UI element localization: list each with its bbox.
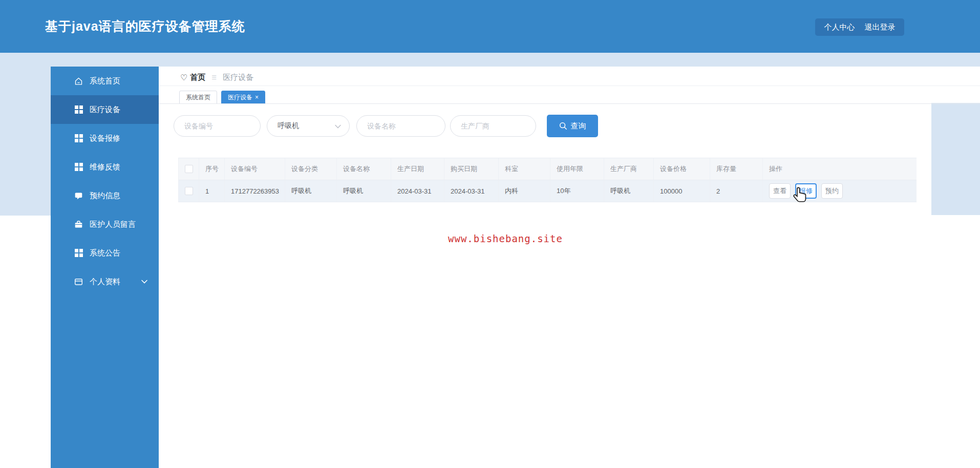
tab-medical-equipment[interactable]: 医疗设备× <box>221 91 265 104</box>
col-header-name: 设备名称 <box>337 158 391 180</box>
sidebar-item-personal-profile[interactable]: 个人资料 <box>51 267 159 296</box>
breadcrumb-separator-icon: ☰ <box>211 74 217 81</box>
sidebar-item-label: 维修反馈 <box>90 162 120 172</box>
sidebar-item-label: 医护人员留言 <box>90 220 136 229</box>
sidebar-item-label: 系统首页 <box>90 76 120 86</box>
search-button[interactable]: 查询 <box>547 115 598 137</box>
cell-device-no: 1712772263953 <box>225 180 285 202</box>
reserve-button[interactable]: 预约 <box>821 183 843 199</box>
sidebar-item-label: 预约信息 <box>90 191 120 201</box>
app-window: 基于java语言的医疗设备管理系统 个人中心 退出登录 系统首页 医疗设备 设备 <box>0 0 980 468</box>
filter-bar: 呼吸机 查询 <box>174 115 598 137</box>
cell-purchase-date: 2024-03-31 <box>444 180 499 202</box>
tab-system-home[interactable]: 系统首页 <box>179 91 217 104</box>
cell-service-life: 10年 <box>550 180 604 202</box>
sidebar-nav: 系统首页 医疗设备 设备报修 维修反馈 预约信息 <box>51 67 159 468</box>
logout-link[interactable]: 退出登录 <box>865 23 896 32</box>
app-title: 基于java语言的医疗设备管理系统 <box>45 0 245 53</box>
breadcrumb-home[interactable]: 首页 <box>190 73 205 82</box>
sidebar-item-label: 个人资料 <box>90 277 120 287</box>
card-icon <box>74 278 83 286</box>
tab-label: 医疗设备 <box>228 94 252 101</box>
sidebar-item-system-announcements[interactable]: 系统公告 <box>51 239 159 267</box>
tab-bar: 系统首页 医疗设备× <box>179 91 269 104</box>
category-select-value: 呼吸机 <box>278 121 299 131</box>
col-header-actions: 操作 <box>763 158 917 180</box>
sidebar-item-medical-equipment[interactable]: 医疗设备 <box>51 95 159 124</box>
cell-seq: 1 <box>199 180 225 202</box>
sidebar-item-equipment-repair[interactable]: 设备报修 <box>51 124 159 153</box>
tabs-divider <box>159 103 980 104</box>
col-header-department: 科室 <box>499 158 550 180</box>
cell-price: 100000 <box>654 180 710 202</box>
col-header-category: 设备分类 <box>285 158 337 180</box>
cell-department: 内科 <box>499 180 550 202</box>
grid-icon <box>74 163 83 172</box>
cell-actions: 查看 报修 预约 <box>763 180 917 202</box>
category-select[interactable]: 呼吸机 <box>267 115 350 137</box>
user-menu: 个人中心 退出登录 <box>815 18 904 36</box>
background-band-left <box>0 53 51 216</box>
cell-name: 呼吸机 <box>337 180 391 202</box>
grid-icon <box>74 249 83 258</box>
sidebar-item-system-home[interactable]: 系统首页 <box>51 67 159 95</box>
table-row: 1 1712772263953 呼吸机 呼吸机 2024-03-31 2024-… <box>179 180 917 202</box>
breadcrumb: ♡ 首页 ☰ 医疗设备 <box>180 71 253 84</box>
message-icon <box>74 192 83 200</box>
repair-button[interactable]: 报修 <box>795 183 817 199</box>
sidebar-item-label: 设备报修 <box>90 134 120 143</box>
heart-icon: ♡ <box>180 73 187 82</box>
col-header-production-date: 生产日期 <box>391 158 444 180</box>
close-icon[interactable]: × <box>255 94 259 101</box>
personal-center-link[interactable]: 个人中心 <box>824 23 855 32</box>
cell-production-date: 2024-03-31 <box>391 180 444 202</box>
breadcrumb-current: 医疗设备 <box>223 73 253 82</box>
cell-category: 呼吸机 <box>285 180 337 202</box>
briefcase-icon <box>74 220 83 229</box>
sidebar-item-repair-feedback[interactable]: 维修反馈 <box>51 153 159 181</box>
col-header-purchase-date: 购买日期 <box>444 158 499 180</box>
grid-icon <box>74 134 83 143</box>
device-name-input[interactable] <box>356 115 445 137</box>
col-header-stock: 库存量 <box>710 158 763 180</box>
manufacturer-input[interactable] <box>450 115 536 137</box>
cell-manufacturer: 呼吸机 <box>604 180 654 202</box>
search-button-label: 查询 <box>571 121 586 131</box>
search-icon <box>559 122 567 130</box>
background-band-top <box>0 53 980 67</box>
table-header-row: 序号 设备编号 设备分类 设备名称 生产日期 购买日期 科室 使用年限 生产厂商… <box>179 158 917 180</box>
sidebar-item-staff-messages[interactable]: 医护人员留言 <box>51 210 159 239</box>
device-no-input[interactable] <box>174 115 261 137</box>
row-checkbox[interactable] <box>185 187 193 195</box>
background-band-right <box>931 103 980 215</box>
col-header-seq: 序号 <box>199 158 225 180</box>
watermark-text: www.bishebang.site <box>448 233 563 244</box>
view-button[interactable]: 查看 <box>769 183 791 199</box>
col-header-service-life: 使用年限 <box>550 158 604 180</box>
sidebar-item-appointment-info[interactable]: 预约信息 <box>51 181 159 210</box>
col-header-price: 设备价格 <box>654 158 710 180</box>
chevron-down-icon <box>335 122 341 130</box>
sidebar-item-label: 系统公告 <box>90 248 120 258</box>
grid-icon <box>74 105 83 114</box>
cell-stock: 2 <box>710 180 763 202</box>
col-header-manufacturer: 生产厂商 <box>604 158 654 180</box>
col-header-device-no: 设备编号 <box>225 158 285 180</box>
select-all-checkbox[interactable] <box>185 165 193 173</box>
tab-label: 系统首页 <box>186 94 210 101</box>
chevron-down-icon <box>141 280 147 284</box>
equipment-table: 序号 设备编号 设备分类 设备名称 生产日期 购买日期 科室 使用年限 生产厂商… <box>178 158 917 202</box>
sidebar-item-label: 医疗设备 <box>90 105 120 115</box>
home-icon <box>74 77 83 86</box>
breadcrumb-divider <box>159 86 980 86</box>
top-header-bar: 基于java语言的医疗设备管理系统 个人中心 退出登录 <box>0 0 980 53</box>
